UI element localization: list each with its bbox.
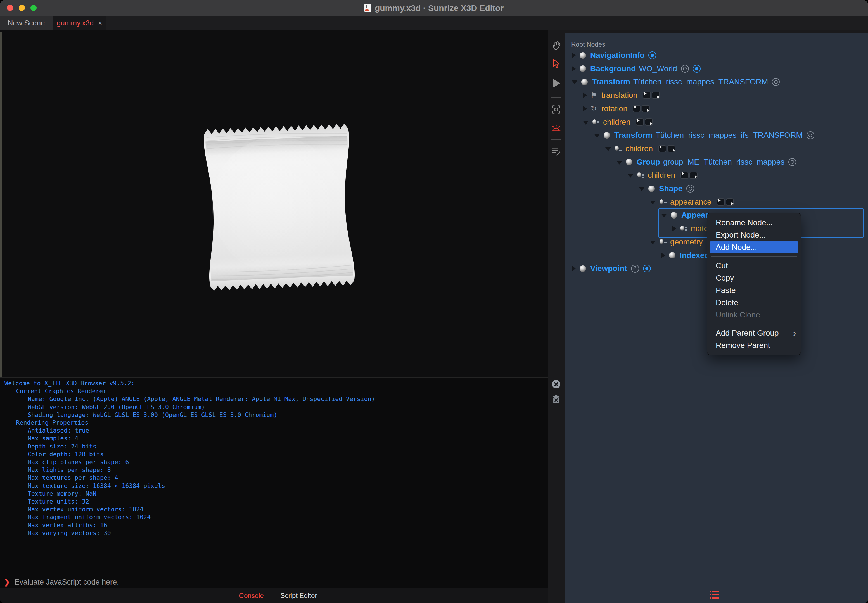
visibility-icon[interactable]: [806, 131, 814, 139]
bind-target-icon[interactable]: [643, 264, 651, 272]
visibility-icon[interactable]: [772, 78, 780, 86]
route-in-icon[interactable]: [636, 119, 644, 126]
tree-row-node[interactable]: BackgroundWO_World: [572, 62, 701, 76]
tree-row-node[interactable]: Groupgroup_ME_Tütchen_rissc_mappes: [616, 155, 796, 169]
field-name-label: rotation: [601, 104, 627, 113]
nodes-icon: [615, 145, 622, 152]
expander-open-icon[interactable]: [650, 241, 656, 244]
field-name-label: geometry: [670, 238, 703, 246]
menu-item-rename-node[interactable]: Rename Node...: [707, 216, 801, 229]
viewport-3d[interactable]: [0, 30, 548, 377]
tree-row-node[interactable]: NavigationInfo: [572, 49, 656, 62]
play-icon[interactable]: [549, 77, 563, 90]
bind-target-icon[interactable]: [648, 51, 656, 59]
console-output: Welcome to X_ITE X3D Browser v9.5.2:Curr…: [0, 377, 548, 576]
tree-row-field[interactable]: children: [605, 142, 675, 155]
visibility-icon[interactable]: [788, 158, 796, 166]
visibility-icon[interactable]: [681, 65, 689, 73]
node-def-name: Tütchen_rissc_mappes_ifs_TRANSFORM: [656, 131, 803, 140]
tree-row-node[interactable]: TransformTütchen_rissc_mappes_ifs_TRANSF…: [594, 128, 814, 142]
toolbar-divider: [551, 97, 561, 97]
menu-item-add-node[interactable]: Add Node...: [710, 241, 798, 254]
expander-closed-icon[interactable]: [572, 53, 576, 58]
select-arrow-icon[interactable]: [549, 57, 563, 70]
console-line: Max varying vectors: 30: [28, 529, 111, 537]
expander-open-icon[interactable]: [628, 174, 633, 178]
tree-row-node[interactable]: Shape: [639, 182, 694, 195]
route-in-icon[interactable]: [633, 105, 641, 112]
route-out-icon[interactable]: [667, 145, 675, 152]
frame-camera-icon[interactable]: [549, 103, 563, 116]
console-line: Current Graphics Renderer: [16, 388, 107, 394]
route-out-icon[interactable]: [652, 92, 660, 99]
expander-open-icon[interactable]: [594, 134, 600, 138]
tree-row-node[interactable]: TransformTütchen_rissc_mappes_TRANSFORM: [572, 75, 780, 88]
tree-row-field[interactable]: children: [628, 169, 698, 182]
tree-row-field[interactable]: ↻rotation: [583, 102, 650, 115]
node-def-name: group_ME_Tütchen_rissc_mappes: [663, 158, 784, 167]
route-connectors[interactable]: [635, 119, 653, 126]
expander-open-icon[interactable]: [650, 201, 656, 204]
menu-item-add-parent-group[interactable]: Add Parent Group›: [707, 327, 801, 339]
route-connectors[interactable]: [680, 172, 698, 179]
menu-item-export-node[interactable]: Export Node...: [707, 229, 801, 241]
expander-closed-icon[interactable]: [583, 93, 587, 98]
menu-item-paste[interactable]: Paste: [707, 284, 801, 297]
expander-closed-icon[interactable]: [583, 106, 587, 111]
prompt-icon: ❯: [4, 578, 10, 586]
expander-open-icon[interactable]: [605, 147, 611, 151]
expander-open-icon[interactable]: [639, 187, 644, 191]
wrench-icon[interactable]: [631, 264, 639, 273]
visibility-icon[interactable]: [686, 185, 694, 193]
expander-open-icon[interactable]: [616, 161, 622, 165]
node-sphere-icon: [580, 52, 586, 59]
menu-item-cut[interactable]: Cut: [707, 260, 801, 272]
expander-open-icon[interactable]: [583, 121, 588, 125]
route-out-icon[interactable]: [726, 198, 734, 206]
node-sphere-icon: [603, 132, 610, 139]
expander-open-icon[interactable]: [572, 80, 577, 84]
bottom-tab-bar: Console Script Editor: [0, 589, 556, 603]
menu-item-copy[interactable]: Copy: [707, 272, 801, 284]
route-connectors[interactable]: [642, 92, 660, 99]
clear-console-icon[interactable]: [549, 377, 563, 391]
route-out-icon[interactable]: [645, 119, 653, 126]
tab-new-scene[interactable]: New Scene: [0, 16, 53, 30]
route-connectors[interactable]: [632, 105, 650, 112]
tab-gummy-x3d[interactable]: gummy.x3d ×: [53, 16, 106, 30]
rotation-icon: ↻: [591, 105, 598, 112]
bind-target-icon[interactable]: [693, 65, 701, 73]
tree-row-node[interactable]: Viewpoint: [572, 262, 651, 275]
node-sphere-icon: [581, 79, 588, 85]
route-in-icon[interactable]: [658, 145, 666, 152]
expander-closed-icon[interactable]: [661, 253, 665, 258]
expander-closed-icon[interactable]: [572, 266, 576, 271]
trash-console-icon[interactable]: [549, 393, 563, 406]
document-icon: [364, 4, 371, 12]
route-out-icon[interactable]: [689, 172, 698, 179]
tree-row-field[interactable]: appearance: [650, 195, 734, 209]
tab-script-editor[interactable]: Script Editor: [280, 592, 317, 600]
route-out-icon[interactable]: [642, 105, 650, 112]
expander-closed-icon[interactable]: [572, 66, 576, 71]
tab-console[interactable]: Console: [239, 592, 264, 600]
tab-bar: New Scene gummy.x3d ×: [0, 16, 868, 30]
sunlight-icon[interactable]: [549, 121, 563, 135]
pan-hand-icon[interactable]: [549, 39, 563, 52]
node-sphere-icon: [669, 252, 675, 258]
node-type-label: Viewpoint: [590, 264, 627, 273]
console-input-row[interactable]: ❯ Evaluate JavaScript code here.: [0, 576, 548, 588]
tree-row-field[interactable]: children: [583, 115, 653, 129]
route-connectors[interactable]: [657, 145, 675, 152]
route-in-icon[interactable]: [717, 198, 725, 206]
close-tab-icon[interactable]: ×: [98, 19, 102, 27]
nodes-icon: [659, 198, 667, 206]
edit-script-icon[interactable]: [549, 144, 563, 158]
outline-list-icon[interactable]: [710, 591, 719, 599]
route-connectors[interactable]: [716, 198, 734, 206]
route-in-icon[interactable]: [681, 172, 689, 179]
route-in-icon[interactable]: [643, 92, 651, 99]
menu-item-delete[interactable]: Delete: [707, 297, 801, 309]
menu-item-remove-parent[interactable]: Remove Parent: [707, 339, 801, 351]
tree-row-field[interactable]: ⚑translation: [583, 88, 660, 102]
